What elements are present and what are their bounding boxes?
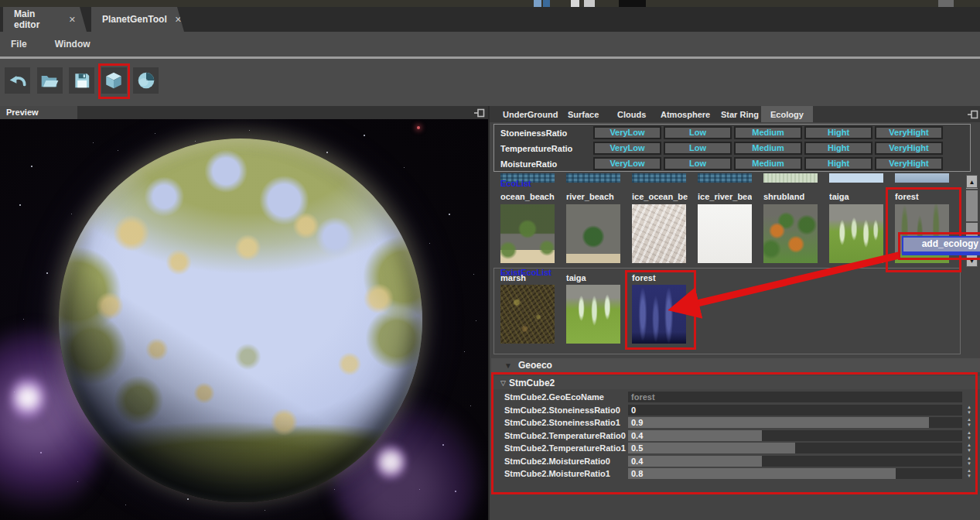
- eco-thumbnail-ice_river_bea[interactable]: [698, 204, 752, 263]
- scroll-thumb[interactable]: [966, 189, 978, 223]
- nebula-core: [375, 444, 406, 480]
- panel-tab-bar: UnderGroundSurfaceCloudsAtmosphereStar R…: [490, 106, 980, 122]
- menu-bar: File Window: [0, 32, 980, 56]
- ecology-panel: UnderGroundSurfaceCloudsAtmosphereStar R…: [488, 106, 980, 520]
- partial-thumbnail[interactable]: [698, 173, 752, 183]
- menu-window[interactable]: Window: [44, 32, 101, 56]
- red-star: [417, 126, 420, 129]
- exist-eco-list-box: [493, 268, 961, 354]
- thumbnail-label: ice_river_bea: [698, 192, 752, 201]
- dock-pin-icon[interactable]: [968, 110, 978, 119]
- level-button-medium[interactable]: Medium: [734, 142, 802, 155]
- tab-main-editor[interactable]: Main editor ✕: [3, 7, 87, 32]
- tab-planet-gen-tool[interactable]: PlanetGenTool ✕: [91, 7, 184, 32]
- add-ecology-tooltip[interactable]: add_ecology: [902, 236, 980, 255]
- save-icon: [72, 70, 92, 91]
- thumbnail-label: marsh: [500, 273, 526, 282]
- planet-render: [59, 139, 422, 502]
- level-button-medium[interactable]: Medium: [734, 126, 802, 139]
- star: [278, 141, 279, 142]
- star: [195, 141, 196, 142]
- level-button-hight[interactable]: Hight: [804, 142, 872, 155]
- star: [19, 204, 21, 206]
- thumbnail-label: taiga: [566, 273, 586, 282]
- preview-tab[interactable]: Preview: [0, 106, 77, 119]
- partial-thumbnail[interactable]: [829, 173, 883, 183]
- eco-thumbnail-ocean_beach[interactable]: [500, 204, 555, 263]
- triangle-down-icon: ▼: [504, 361, 512, 370]
- level-button-verylow[interactable]: VeryLow: [593, 157, 661, 170]
- star: [93, 142, 94, 143]
- star: [364, 135, 365, 136]
- sphere-icon: [136, 70, 156, 91]
- planet-viewport[interactable]: [0, 119, 488, 520]
- undo-tool-button[interactable]: [5, 67, 30, 94]
- tab-atmosphere[interactable]: Atmosphere: [651, 106, 719, 122]
- dock-pin-icon[interactable]: [474, 108, 485, 118]
- level-button-low[interactable]: Low: [664, 126, 732, 139]
- level-button-verylow[interactable]: VeryLow: [593, 142, 661, 155]
- toolbar: [0, 59, 980, 106]
- level-button-low[interactable]: Low: [664, 157, 732, 170]
- exist-eco-thumbnail-taiga[interactable]: [566, 285, 620, 344]
- open-folder-tool-button[interactable]: [37, 67, 63, 94]
- scroll-up-button[interactable]: ▲: [966, 175, 978, 188]
- star: [473, 274, 474, 275]
- undo-icon: [8, 70, 28, 91]
- tab-ecology[interactable]: Ecology: [761, 106, 813, 122]
- thumbnail-label: shrubland: [763, 192, 804, 201]
- partial-thumbnail[interactable]: [763, 173, 818, 183]
- geoeco-section-header[interactable]: ▼ Geoeco: [491, 358, 980, 372]
- eco-thumbnail-taiga[interactable]: [829, 204, 883, 263]
- close-icon[interactable]: ✕: [69, 15, 76, 25]
- sliver-fragment: [543, 0, 550, 7]
- partial-thumbnail[interactable]: [632, 173, 686, 183]
- level-button-low[interactable]: Low: [664, 142, 732, 155]
- eco-thumbnail-shrubland[interactable]: [763, 204, 818, 263]
- eco-thumbnail-river_beach[interactable]: [566, 204, 620, 263]
- thumbnail-label: taiga: [829, 192, 849, 201]
- menu-file[interactable]: File: [0, 32, 38, 56]
- planet-gen-tool-window: { "window": { "doc_tabs": [ {"label": "M…: [0, 0, 980, 520]
- ratio-table: StoneinessRatioVeryLowLowMediumHightVery…: [493, 124, 971, 172]
- star: [476, 320, 476, 321]
- star: [429, 243, 430, 244]
- level-button-verylow[interactable]: VeryLow: [593, 126, 661, 139]
- exist-eco-thumbnail-marsh[interactable]: [500, 285, 555, 344]
- close-icon[interactable]: ✕: [175, 15, 182, 25]
- sphere-tool-button[interactable]: [133, 67, 159, 94]
- sliver-fragment: [619, 0, 646, 7]
- thumbnail-label: ice_ocean_be: [632, 192, 688, 201]
- eco-thumbnail-ice_ocean_be[interactable]: [632, 204, 686, 263]
- open-folder-icon: [39, 70, 60, 91]
- thumbnail-label: river_beach: [566, 192, 614, 201]
- star: [464, 351, 465, 352]
- star: [265, 510, 265, 511]
- nebula-core: [11, 375, 45, 421]
- ratio-row-temperatureratio: TemperatureRatioVeryLowLowMediumHightVer…: [494, 142, 970, 155]
- annotation-box-stmcube2: [491, 372, 978, 494]
- level-button-veryhight[interactable]: VeryHight: [875, 157, 943, 170]
- save-tool-button[interactable]: [69, 67, 94, 94]
- partial-thumbnail[interactable]: [566, 173, 620, 183]
- annotation-box-exist-forest: [625, 270, 696, 350]
- star: [449, 214, 450, 215]
- level-button-veryhight[interactable]: VeryHight: [875, 126, 943, 139]
- tab-surface[interactable]: Surface: [558, 106, 608, 122]
- level-button-hight[interactable]: Hight: [804, 157, 872, 170]
- star: [46, 272, 48, 274]
- tab-underground[interactable]: UnderGround: [493, 106, 568, 122]
- star: [118, 150, 118, 151]
- partial-thumbnail[interactable]: [895, 173, 949, 183]
- sliver-fragment: [584, 0, 595, 7]
- tab-star-ring[interactable]: Star Ring: [712, 106, 768, 122]
- level-button-hight[interactable]: Hight: [804, 126, 872, 139]
- tab-clouds[interactable]: Clouds: [608, 106, 655, 122]
- document-tab-bar: Main editor ✕ PlanetGenTool ✕: [0, 7, 980, 32]
- level-button-medium[interactable]: Medium: [734, 157, 802, 170]
- tab-label: PlanetGenTool: [102, 14, 167, 25]
- level-button-veryhight[interactable]: VeryHight: [875, 142, 943, 155]
- star: [31, 166, 32, 167]
- sliver-fragment: [571, 0, 579, 7]
- star: [125, 505, 126, 505]
